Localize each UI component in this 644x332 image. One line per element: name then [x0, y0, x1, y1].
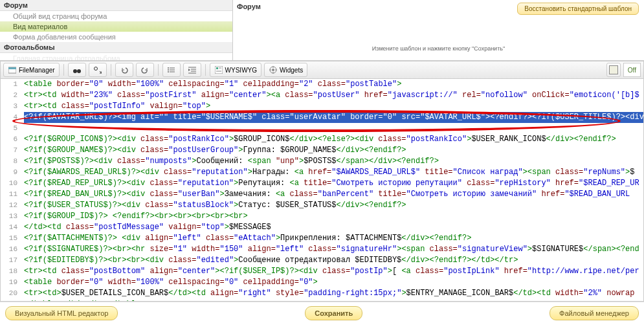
- line-number: 2: [1, 90, 24, 101]
- line-content[interactable]: <?if($ATTACHMENT$)?> <div align="left" c…: [24, 233, 643, 244]
- redo-icon: [140, 65, 150, 74]
- code-line[interactable]: 10<?if($READ_REP_URL$)?><div class="repu…: [1, 178, 643, 189]
- line-number: 21: [1, 299, 24, 302]
- redo-button[interactable]: [136, 63, 154, 77]
- line-number: 4: [1, 112, 24, 123]
- line-number: 13: [1, 211, 24, 222]
- widgets-icon: [269, 65, 278, 74]
- code-line[interactable]: 11<?if($READ_BAN_URL$)?><div class="user…: [1, 189, 643, 200]
- line-number: 15: [1, 233, 24, 244]
- code-line[interactable]: 9<?if($AWARDS_READ_URL$)?><div class="re…: [1, 167, 643, 178]
- line-number: 12: [1, 200, 24, 211]
- save-button[interactable]: Сохранить: [305, 306, 362, 320]
- undo-icon: [120, 65, 129, 74]
- line-content[interactable]: <table border="0" width="100%" cellspaci…: [24, 277, 643, 288]
- code-line[interactable]: 2<tr><td width="23%" class="postFirst" a…: [1, 90, 643, 101]
- line-content[interactable]: <tr><td width="23%" class="postFirst" al…: [24, 90, 643, 101]
- svg-point-3: [77, 69, 81, 73]
- code-line[interactable]: 3<tr><td class="postTdInfo" valign="top"…: [1, 101, 643, 112]
- binoculars-icon: [72, 65, 82, 74]
- line-content[interactable]: <?if($GROUP_NAME$)?><div class="postUser…: [24, 145, 643, 156]
- line-content[interactable]: <table border="0" width="100%" cellspaci…: [24, 79, 643, 90]
- list-button[interactable]: [162, 63, 181, 77]
- replace-icon: [93, 65, 102, 74]
- tree-item-forum-view[interactable]: Общий вид страниц форума: [0, 11, 232, 21]
- code-line[interactable]: 5: [1, 123, 643, 134]
- line-content[interactable]: <?if($USER_STATUS$)?><div class="statusB…: [24, 200, 643, 211]
- svg-point-4: [94, 67, 97, 71]
- replace-button[interactable]: [89, 63, 107, 77]
- code-line[interactable]: 14</td><td class="postTdMessage" valign=…: [1, 222, 643, 233]
- template-tree: Форум Общий вид страниц форума Вид матер…: [0, 0, 233, 60]
- line-content[interactable]: <?if($SIGNATURE$)?><br><hr size="1" widt…: [24, 244, 643, 255]
- line-content[interactable]: <tr><td class="postBottom" align="center…: [24, 266, 643, 277]
- visual-editor-button[interactable]: Визуальный HTML редактор: [5, 306, 118, 320]
- wysiwyg-button[interactable]: WYSIWYG: [210, 63, 261, 77]
- line-content[interactable]: [24, 123, 643, 134]
- template-info: Форум Восстановить стандартный шаблон Из…: [233, 0, 644, 60]
- line-number: 19: [1, 277, 24, 288]
- code-line[interactable]: 1<table border="0" width="100%" cellspac…: [1, 79, 643, 90]
- line-content[interactable]: <?if($GROUP_ID$)?> <?endif?><br><br><br>…: [24, 211, 643, 222]
- editor-toolbar: FileManager WYSIWYG Widgets Off: [0, 61, 644, 79]
- restore-default-button[interactable]: Восстановить стандартный шаблон: [517, 3, 639, 15]
- file-manager-button[interactable]: Файловый менеджер: [550, 306, 639, 320]
- code-line[interactable]: 13<?if($GROUP_ID$)?> <?endif?><br><br><b…: [1, 211, 643, 222]
- line-content[interactable]: <?if($AVATAR_URL$)?><img alt="" title="$…: [24, 112, 643, 123]
- line-content[interactable]: <?if($READ_REP_URL$)?><div class="reputa…: [24, 178, 643, 189]
- line-number: 17: [1, 255, 24, 266]
- code-line[interactable]: 19<table border="0" width="100%" cellspa…: [1, 277, 643, 288]
- svg-rect-15: [215, 66, 223, 74]
- list-icon: [167, 65, 176, 74]
- line-content[interactable]: <tr><td class="postTdInfo" valign="top">: [24, 101, 643, 112]
- code-line[interactable]: 4<?if($AVATAR_URL$)?><img alt="" title="…: [1, 112, 643, 123]
- filemanager-icon: [8, 65, 17, 74]
- widgets-button[interactable]: Widgets: [264, 63, 307, 77]
- highlight-toggle-button[interactable]: [606, 63, 621, 77]
- tree-item-materials-view[interactable]: Вид материалов: [0, 21, 232, 32]
- code-line[interactable]: 15<?if($ATTACHMENT$)?> <div align="left"…: [1, 233, 643, 244]
- undo-button[interactable]: [115, 63, 133, 77]
- line-number: 5: [1, 123, 24, 134]
- svg-rect-1: [8, 67, 16, 69]
- tree-item-add-msg-form[interactable]: Форма добавления сообщения: [0, 32, 232, 42]
- line-content[interactable]: </td><td class="postTdMessage" valign="t…: [24, 222, 643, 233]
- svg-point-9: [168, 69, 169, 71]
- off-button[interactable]: Off: [623, 63, 641, 77]
- line-content[interactable]: <?if($READ_BAN_URL$)?><div class="userBa…: [24, 189, 643, 200]
- code-line[interactable]: 17<?if($EDITEDBY$)?><br><br><div class="…: [1, 255, 643, 266]
- line-number: 7: [1, 145, 24, 156]
- line-content[interactable]: <?if($AWARDS_READ_URL$)?><div class="rep…: [24, 167, 643, 178]
- code-editor[interactable]: 1<table border="0" width="100%" cellspac…: [0, 79, 644, 302]
- wysiwyg-icon: [214, 65, 223, 74]
- line-number: 6: [1, 134, 24, 145]
- code-line[interactable]: 20<tr><td>$USER_DETAILS_ICON_BAR$</td><t…: [1, 288, 643, 299]
- line-content[interactable]: </table></td></tr></table>: [24, 299, 643, 302]
- line-content[interactable]: <?if($EDITEDBY$)?><br><br><div class="ed…: [24, 255, 643, 266]
- line-number: 10: [1, 178, 24, 189]
- code-line[interactable]: 7<?if($GROUP_NAME$)?><div class="postUse…: [1, 145, 643, 156]
- line-content[interactable]: <tr><td>$USER_DETAILS_ICON_BAR$</td><td …: [24, 288, 643, 299]
- edit-hint: Измените шаблон и нажмите кнопку "Сохран…: [237, 45, 640, 52]
- line-number: 3: [1, 101, 24, 112]
- svg-point-2: [73, 69, 77, 73]
- line-content[interactable]: <?if($POSTS$)?><div class="numposts">Соо…: [24, 156, 643, 167]
- line-content[interactable]: <?if($GROUP_ICON$)?><div class="postRank…: [24, 134, 643, 145]
- code-line[interactable]: 18<tr><td class="postBottom" align="cent…: [1, 266, 643, 277]
- code-line[interactable]: 12<?if($USER_STATUS$)?><div class="statu…: [1, 200, 643, 211]
- code-line[interactable]: 8<?if($POSTS$)?><div class="numposts">Со…: [1, 156, 643, 167]
- find-button[interactable]: [68, 63, 86, 77]
- code-line[interactable]: 16<?if($SIGNATURE$)?><br><hr size="1" wi…: [1, 244, 643, 255]
- indent-button[interactable]: [183, 63, 201, 77]
- line-number: 11: [1, 189, 24, 200]
- svg-rect-16: [216, 67, 218, 69]
- line-number: 16: [1, 244, 24, 255]
- section-photoalbums: Фотоальбомы: [0, 42, 232, 53]
- section-forum: Форум: [0, 0, 232, 11]
- filemanager-button[interactable]: FileManager: [3, 63, 60, 77]
- filemanager-label: FileManager: [19, 67, 55, 74]
- code-line[interactable]: 21</table></td></tr></table>: [1, 299, 643, 302]
- tree-item-photo-main[interactable]: Главная страница фотоальбома: [0, 53, 232, 60]
- code-line[interactable]: 6<?if($GROUP_ICON$)?><div class="postRan…: [1, 134, 643, 145]
- indent-icon: [188, 65, 197, 74]
